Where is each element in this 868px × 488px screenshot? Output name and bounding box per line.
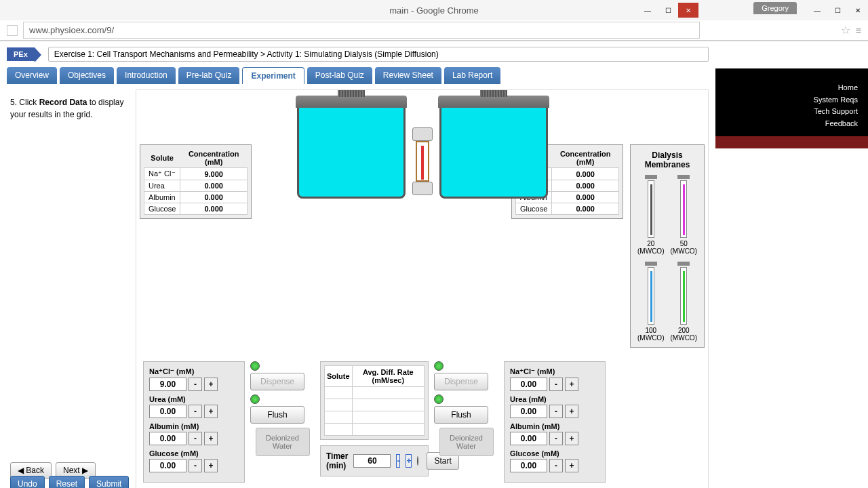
left-urea-input[interactable]: [149, 405, 186, 418]
menu-feedback[interactable]: Feedback: [726, 118, 858, 130]
tab-overview[interactable]: Overview: [7, 67, 57, 84]
membrane-holder[interactable]: [412, 127, 433, 188]
right-nacl-plus[interactable]: +: [565, 378, 578, 391]
led-icon: [250, 394, 260, 404]
left-nacl-minus[interactable]: -: [189, 378, 202, 391]
led-icon: [417, 456, 418, 466]
menu-icon[interactable]: ≡: [856, 25, 861, 36]
tab-introduction[interactable]: Introduction: [117, 67, 176, 84]
tab-review[interactable]: Review Sheet: [375, 67, 441, 84]
left-albumin-minus[interactable]: -: [189, 432, 202, 445]
title-bar: main - Google Chrome — ☐ ✕ Gregory — ☐ ✕: [0, 0, 868, 20]
right-urea-plus[interactable]: +: [565, 405, 578, 418]
left-glucose-minus[interactable]: -: [189, 459, 202, 472]
diffusion-table: SoluteAvg. Diff. Rate (mM/sec): [320, 361, 429, 440]
window-title: main - Google Chrome: [389, 5, 479, 16]
membrane-200[interactable]: 200(MWCO): [671, 262, 697, 342]
reset-button[interactable]: Reset: [49, 476, 85, 488]
pex-badge: PEx: [7, 47, 35, 61]
breadcrumb: Exercise 1: Cell Transport Mechanisms an…: [48, 47, 709, 62]
tab-bar: Overview Objectives Introduction Pre-lab…: [7, 67, 709, 84]
minimize-button-2[interactable]: —: [807, 3, 827, 18]
right-albumin-minus[interactable]: -: [549, 432, 563, 445]
left-beaker: [297, 104, 406, 199]
timer-label: Timer (min): [326, 451, 348, 470]
left-albumin-plus[interactable]: +: [204, 432, 218, 445]
right-albumin-input[interactable]: [510, 432, 547, 445]
right-beaker: [439, 104, 548, 199]
right-urea-minus[interactable]: -: [549, 405, 563, 418]
timer-minus[interactable]: -: [396, 454, 400, 468]
led-icon: [434, 361, 443, 371]
timer-input[interactable]: [353, 454, 391, 468]
left-urea-plus[interactable]: +: [204, 405, 218, 418]
minimize-button[interactable]: —: [637, 3, 658, 18]
right-glucose-plus[interactable]: +: [565, 459, 578, 472]
left-flush-button[interactable]: Flush: [250, 406, 304, 424]
right-glucose-input[interactable]: [510, 459, 547, 472]
left-concentration-controls: Na⁺Cl⁻ (mM)-+ Urea (mM)-+ Albumin (mM)-+…: [143, 361, 245, 483]
left-nacl-plus[interactable]: +: [204, 378, 218, 391]
user-tab[interactable]: Gregory: [753, 2, 797, 14]
tab-postlab[interactable]: Post-lab Quiz: [307, 67, 372, 84]
undo-button[interactable]: Undo: [10, 476, 45, 488]
favicon: [7, 25, 18, 36]
right-nacl-input[interactable]: [510, 378, 547, 391]
left-albumin-input[interactable]: [149, 432, 186, 445]
right-urea-input[interactable]: [510, 405, 547, 418]
left-glucose-plus[interactable]: +: [204, 459, 218, 472]
menu-support[interactable]: Tech Support: [726, 106, 858, 118]
submit-button[interactable]: Submit: [89, 476, 129, 488]
maximize-button-2[interactable]: ☐: [827, 3, 848, 18]
maximize-button[interactable]: ☐: [658, 3, 678, 18]
right-concentration-controls: Na⁺Cl⁻ (mM)-+ Urea (mM)-+ Albumin (mM)-+…: [504, 361, 606, 483]
side-menu: Home System Reqs Tech Support Feedback: [715, 68, 868, 136]
tab-labreport[interactable]: Lab Report: [444, 67, 500, 84]
tab-prelab[interactable]: Pre-lab Quiz: [178, 67, 240, 84]
bookmark-icon[interactable]: ☆: [841, 24, 850, 37]
right-dispense-button[interactable]: Dispense: [434, 373, 488, 390]
red-bar: [715, 136, 868, 148]
right-nacl-minus[interactable]: -: [549, 378, 563, 391]
tab-objectives[interactable]: Objectives: [60, 67, 114, 84]
left-deionized-label: Deionized Water: [256, 428, 310, 456]
right-deionized-label: Deionized Water: [439, 428, 494, 456]
menu-home[interactable]: Home: [726, 82, 858, 94]
experiment-area: SoluteConcentration (mM) Na⁺ Cl⁻9.000 Ur…: [136, 89, 709, 488]
tab-experiment[interactable]: Experiment: [242, 67, 304, 84]
close-button[interactable]: ✕: [678, 3, 698, 18]
instructions: 5. Click Record Data to display your res…: [0, 89, 136, 488]
membrane-100[interactable]: 100(MWCO): [637, 262, 664, 342]
right-flush-button[interactable]: Flush: [434, 406, 488, 424]
left-nacl-input[interactable]: [149, 378, 186, 391]
menu-sysreqs[interactable]: System Reqs: [726, 94, 858, 106]
timer-plus[interactable]: +: [406, 454, 412, 468]
left-urea-minus[interactable]: -: [189, 405, 202, 418]
right-glucose-minus[interactable]: -: [549, 459, 563, 472]
close-button-2[interactable]: ✕: [848, 3, 868, 18]
led-icon: [250, 361, 260, 371]
left-glucose-input[interactable]: [149, 459, 186, 472]
left-dispense-button[interactable]: Dispense: [250, 373, 304, 390]
url-bar[interactable]: www.physioex.com/9/: [23, 22, 700, 39]
right-albumin-plus[interactable]: +: [565, 432, 578, 445]
led-icon: [434, 394, 443, 404]
